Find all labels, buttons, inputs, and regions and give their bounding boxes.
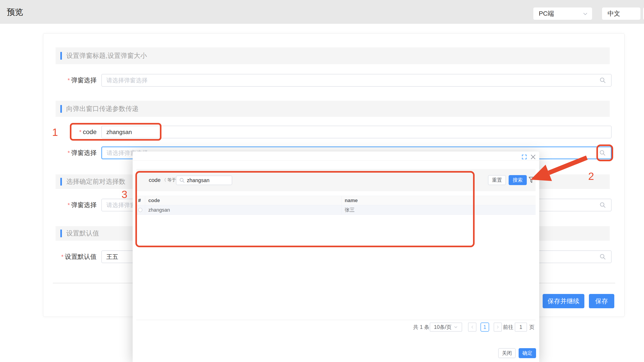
chevron-down-icon: [582, 11, 588, 16]
search-field-name: code: [149, 169, 160, 191]
code-input[interactable]: [102, 126, 611, 138]
section-title: 设置默认值: [66, 226, 99, 241]
popup1-select-field[interactable]: [101, 74, 612, 87]
section-header-popup-title: 设置弹窗标题,设置弹窗大小: [56, 48, 610, 64]
dialog-close-button[interactable]: 关闭: [498, 348, 516, 358]
pagination-total: 共 1 条: [413, 320, 430, 334]
field-label-default: *设置默认值: [57, 250, 96, 263]
section-title: 向弹出窗口传递参数传递: [66, 101, 138, 117]
next-page-button[interactable]: [494, 322, 502, 332]
chevron-right-icon: [496, 325, 500, 329]
field-label-code: *code: [57, 126, 96, 138]
language-label: 中文: [608, 8, 620, 20]
radio-icon[interactable]: [138, 208, 142, 212]
required-asterisk: *: [79, 128, 82, 136]
field-label-popup3: *弹窗选择: [57, 199, 96, 212]
table-bottom-border: [136, 320, 536, 320]
result-table: # code name zhangsan 张三: [136, 196, 536, 215]
col-name: name: [342, 196, 536, 205]
page-title: 预览: [7, 0, 23, 24]
language-button[interactable]: 中文: [602, 8, 640, 20]
dialog-header: [133, 152, 539, 160]
section-accent-bar: [60, 230, 62, 237]
goto-page-input[interactable]: 1: [515, 322, 527, 332]
row-name-cell: 张三: [342, 205, 536, 215]
table-header-row: # code name: [136, 196, 536, 205]
page-number-current[interactable]: 1: [480, 322, 489, 332]
save-and-continue-button[interactable]: 保存并继续: [543, 294, 584, 308]
row-code-cell: zhangsan: [145, 205, 342, 215]
fullscreen-icon[interactable]: [522, 154, 527, 160]
chevron-down-icon: [454, 325, 458, 329]
goto-label: 前往: [503, 320, 514, 334]
page-size-select[interactable]: 10条/页: [430, 322, 462, 332]
search-icon: [179, 177, 185, 183]
section-accent-bar: [60, 178, 62, 186]
search-icon[interactable]: [599, 150, 606, 156]
dialog-confirm-button[interactable]: 确定: [518, 348, 536, 358]
popup-select-dialog: code 〈 等于 〉 重置 搜索 # code name: [133, 152, 539, 362]
section-title: 设置弹窗标题,设置弹窗大小: [66, 48, 147, 64]
code-field[interactable]: [101, 126, 612, 138]
annotation-number-3: 3: [122, 188, 128, 200]
section-header-params: 向弹出窗口传递参数传递: [56, 101, 610, 117]
screen: 预览 PC端 中文 设置弹窗标题,设置弹窗大小 *弹窗选择 向弹出窗口传递参数传…: [0, 0, 644, 362]
section-accent-bar: [60, 105, 62, 113]
section-accent-bar: [60, 52, 62, 60]
search-value-field[interactable]: [176, 176, 232, 185]
annotation-number-1: 1: [52, 126, 58, 138]
table-row[interactable]: zhangsan 张三: [136, 205, 536, 215]
save-button[interactable]: 保存: [589, 294, 614, 308]
reset-button[interactable]: 重置: [488, 175, 506, 185]
filter-icon[interactable]: [528, 176, 534, 184]
required-asterisk: *: [61, 253, 64, 260]
page-size-value: 10条/页: [434, 324, 452, 331]
annotation-number-2: 2: [588, 170, 594, 182]
search-icon[interactable]: [599, 202, 606, 208]
edge-partial-control: [643, 8, 644, 20]
search-button[interactable]: 搜索: [508, 175, 527, 185]
field-label-popup2: *弹窗选择: [57, 146, 96, 159]
device-select-value: PC端: [539, 8, 554, 20]
top-bar: 预览 PC端 中文: [0, 0, 644, 24]
prev-page-button[interactable]: [468, 322, 476, 332]
section-title: 选择确定前对选择数: [66, 174, 126, 189]
field-label-popup1: *弹窗选择: [57, 74, 96, 87]
col-index: #: [136, 196, 145, 205]
device-select[interactable]: PC端: [533, 8, 592, 20]
popup1-input[interactable]: [102, 74, 611, 86]
required-asterisk: *: [68, 202, 70, 208]
search-icon[interactable]: [599, 77, 606, 84]
chevron-left-icon: [470, 325, 474, 329]
search-icon[interactable]: [599, 253, 606, 260]
close-icon[interactable]: [530, 154, 536, 160]
required-asterisk: *: [68, 150, 70, 156]
row-select-cell: [136, 205, 145, 215]
search-filter-bar: code 〈 等于 〉 重置 搜索: [136, 169, 536, 191]
page-unit-label: 页: [529, 320, 534, 334]
required-asterisk: *: [68, 77, 70, 84]
col-code: code: [145, 196, 342, 205]
